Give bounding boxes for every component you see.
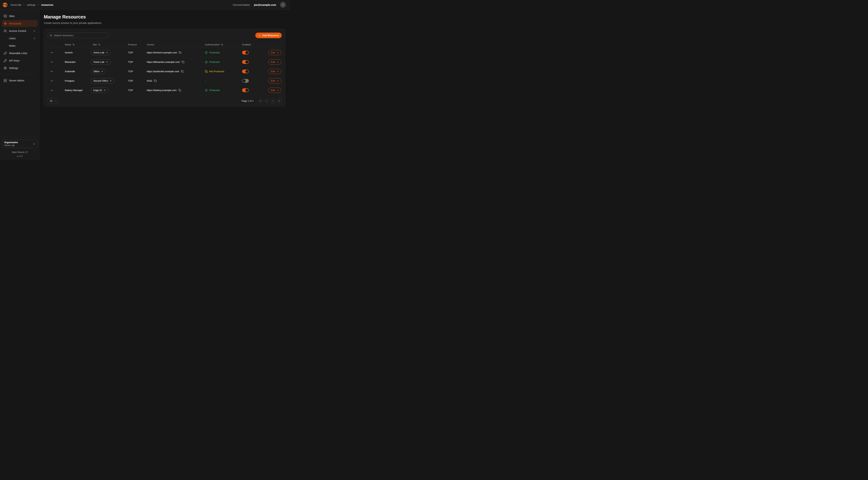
ellipsis-icon — [50, 61, 53, 63]
shield-off-icon — [205, 70, 208, 73]
breadcrumb-settings[interactable]: settings — [27, 3, 35, 6]
open-source-link[interactable]: Open Source — [12, 151, 28, 153]
edit-button[interactable]: Edit — [268, 69, 281, 74]
column-site[interactable]: Site — [90, 43, 125, 46]
resource-row: Immich Home Lab TCP https://immich.examp… — [48, 48, 282, 57]
toggle-knob — [245, 60, 248, 63]
prev-page-button[interactable] — [264, 98, 269, 103]
access-url: https://immich.example.com — [147, 51, 177, 54]
chevron-right-icon — [37, 4, 40, 6]
auth-status-label: Not Protected — [209, 70, 224, 73]
resources-card: Add Resource Name Site Protocol Access — [44, 29, 285, 107]
sidebar-item-shareable-links[interactable]: Shareable Links — [2, 50, 38, 57]
enabled-toggle[interactable] — [242, 60, 249, 64]
sidebar-item-label: API Keys — [9, 59, 36, 62]
edit-label: Edit — [271, 80, 275, 82]
column-label: Authentication — [205, 43, 220, 46]
toggle-knob — [245, 70, 248, 73]
chevrons-up-down-icon — [33, 143, 35, 145]
site-name: Edge 01 — [93, 89, 102, 92]
edit-button[interactable]: Edit — [268, 88, 281, 93]
search-input[interactable] — [48, 33, 108, 38]
org-switcher[interactable]: Organization Home Lab — [2, 140, 38, 148]
row-menu-button[interactable] — [48, 89, 62, 92]
copy-button[interactable] — [178, 89, 181, 92]
page-size-value: 20 — [50, 99, 52, 102]
page-size-select[interactable]: 20 — [48, 98, 58, 103]
row-menu-button[interactable] — [48, 70, 62, 73]
column-name[interactable]: Name — [62, 43, 90, 46]
column-enabled: Enabled — [239, 43, 265, 46]
arrow-up-right-icon — [110, 80, 112, 82]
access-url: https://authentik.example.com — [147, 70, 179, 73]
avatar-initial: J — [282, 3, 283, 6]
copy-icon — [179, 51, 182, 54]
copy-button[interactable] — [154, 80, 157, 82]
sidebar-item-server-admin[interactable]: Server Admin — [2, 77, 38, 84]
column-authentication[interactable]: Authentication — [202, 43, 239, 46]
auth-status: Protected — [202, 89, 239, 92]
ellipsis-icon — [50, 51, 53, 54]
org-switcher-value: Home Lab — [4, 144, 33, 147]
site-link[interactable]: Home Lab — [91, 59, 111, 65]
documentation-link[interactable]: Documentation — [233, 3, 250, 6]
ellipsis-icon — [50, 89, 53, 92]
row-menu-button[interactable] — [48, 80, 62, 82]
column-protocol: Protocol — [125, 43, 144, 46]
sidebar-item-label: Server Admin — [9, 79, 36, 82]
arrow-right-icon — [276, 80, 279, 82]
edit-button[interactable]: Edit — [268, 50, 281, 55]
sidebar-item-label: Settings — [9, 67, 36, 69]
chevrons-left-icon — [259, 100, 261, 102]
enabled-toggle[interactable] — [242, 79, 249, 83]
pagination-controls: Page 1 of 1 — [242, 98, 282, 103]
sidebar-item-users[interactable]: Users — [2, 35, 38, 42]
edit-button[interactable]: Edit — [268, 59, 281, 65]
site-link[interactable]: Home Lab — [91, 50, 111, 55]
enabled-toggle[interactable] — [242, 51, 249, 55]
site-link[interactable]: Second Office — [91, 78, 114, 84]
next-page-button[interactable] — [271, 98, 275, 103]
sidebar-item-api-keys[interactable]: API Keys — [2, 57, 38, 64]
breadcrumb-org[interactable]: home-lab — [11, 3, 21, 6]
app-root: home-lab settings resources Documentatio… — [0, 0, 289, 160]
add-resource-button[interactable]: Add Resource — [255, 33, 282, 38]
arrow-right-icon — [276, 51, 279, 54]
chevron-right-icon — [33, 37, 36, 40]
copy-button[interactable] — [179, 51, 182, 54]
copy-button[interactable] — [182, 61, 184, 63]
auth-status: Protected — [202, 51, 239, 54]
last-page-button[interactable] — [277, 98, 282, 103]
site-link[interactable]: Office — [91, 69, 106, 74]
column-label: Site — [93, 43, 97, 46]
enabled-toggle[interactable] — [242, 88, 249, 92]
sidebar-item-access-control[interactable]: Access Control — [2, 28, 38, 34]
arrow-up-right-icon — [103, 89, 106, 91]
row-menu-button[interactable] — [48, 61, 62, 63]
access-url: https://bitwarden.example.com — [147, 61, 180, 63]
topbar-left: home-lab settings resources — [2, 2, 53, 8]
site-name: Home Lab — [93, 51, 104, 54]
user-email-menu[interactable]: joe@example.com — [254, 3, 276, 6]
arrow-right-icon — [276, 70, 279, 72]
column-label: Access — [147, 43, 154, 46]
site-link[interactable]: Edge 01 — [91, 88, 108, 93]
auth-status: Protected — [202, 61, 239, 63]
table-header: Name Site Protocol Access Authentication… — [48, 41, 282, 48]
copy-button[interactable] — [181, 70, 184, 73]
search-icon — [50, 34, 52, 37]
avatar[interactable]: J — [280, 2, 286, 8]
first-page-button[interactable] — [258, 98, 263, 103]
sidebar-item-roles[interactable]: Roles — [2, 42, 38, 49]
sidebar-item-resources[interactable]: Resources — [2, 20, 38, 27]
protocol-value: TCP — [125, 89, 144, 92]
breadcrumb: home-lab settings resources — [11, 3, 53, 6]
resource-row: Bitwarden Home Lab TCP https://bitwarden… — [48, 57, 282, 67]
enabled-toggle[interactable] — [242, 69, 249, 73]
sidebar-item-sites[interactable]: Sites — [2, 13, 38, 20]
chevron-left-icon — [266, 100, 268, 102]
sidebar-item-settings[interactable]: Settings — [2, 65, 38, 71]
row-menu-button[interactable] — [48, 51, 62, 54]
edit-button[interactable]: Edit — [268, 78, 281, 84]
sites-icon — [4, 14, 7, 18]
